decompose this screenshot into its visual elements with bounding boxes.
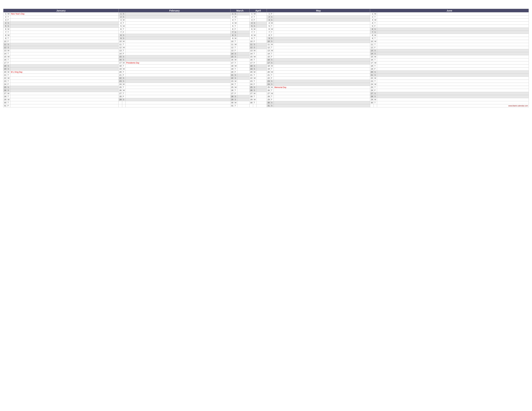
day-letter: F	[270, 55, 274, 58]
holiday-empty	[10, 16, 118, 19]
holiday-empty	[237, 74, 249, 77]
holiday-empty	[377, 49, 529, 52]
holiday-empty	[256, 92, 267, 95]
day-number: 18	[249, 65, 253, 67]
day-number: 29	[230, 98, 234, 101]
day-letter: T	[374, 58, 377, 61]
day-letter: M	[234, 80, 237, 83]
day-letter: W	[234, 65, 237, 67]
day-letter: T	[122, 65, 125, 67]
day-number: 28	[267, 95, 270, 98]
day-letter: T	[253, 58, 256, 61]
day-letter: M	[122, 40, 125, 43]
holiday-empty	[237, 37, 249, 40]
day-letter: S	[234, 98, 237, 101]
day-letter: S	[270, 83, 274, 86]
holiday-empty	[125, 58, 230, 61]
day-number: 26	[3, 89, 7, 92]
holiday-empty	[237, 83, 249, 86]
day-letter: S	[270, 19, 274, 22]
day-letter: T	[253, 101, 256, 104]
holiday-empty	[10, 31, 118, 34]
day-letter: S	[122, 80, 125, 83]
holiday-empty	[256, 37, 267, 40]
day-number: 19	[370, 67, 374, 71]
day-number: 10	[230, 40, 234, 43]
day-number: 4	[267, 22, 270, 25]
day-letter: S	[7, 43, 10, 46]
day-letter: M	[7, 28, 10, 31]
day-letter: M	[374, 34, 377, 37]
holiday-empty	[125, 31, 230, 34]
day-number: 4	[249, 22, 253, 25]
day-letter: M	[253, 71, 256, 74]
day-letter: W	[122, 67, 125, 71]
day-number: 29	[3, 98, 7, 101]
holiday-empty	[256, 77, 267, 80]
day-letter: M	[122, 19, 125, 22]
day-number: 12	[230, 46, 234, 49]
holiday-empty	[274, 65, 370, 67]
day-letter: T	[234, 19, 237, 22]
holiday-empty	[237, 77, 249, 80]
day-number: 5	[119, 25, 122, 28]
day-letter: S	[374, 31, 377, 34]
holiday-empty	[237, 22, 249, 25]
holiday-empty	[10, 34, 118, 37]
day-number: 27	[370, 92, 374, 95]
day-number: 24	[249, 83, 253, 86]
day-number: 19	[267, 67, 270, 71]
day-number: 29	[370, 98, 374, 101]
day-number: 26	[230, 89, 234, 92]
holiday-empty	[274, 22, 370, 25]
holiday-empty	[274, 77, 370, 80]
day-letter: W	[270, 92, 274, 95]
holiday-empty	[125, 12, 230, 16]
holiday-empty	[125, 25, 230, 28]
holiday-empty	[237, 46, 249, 49]
day-number: 28	[370, 95, 374, 98]
day-letter: S	[234, 12, 237, 16]
day-number: 1	[249, 12, 253, 16]
holiday-empty	[377, 95, 529, 98]
day-letter: W	[253, 34, 256, 37]
day-letter: M	[7, 92, 10, 95]
day-number: 22	[267, 77, 270, 80]
day-number: 30	[249, 101, 253, 104]
day-letter: W	[234, 86, 237, 89]
holiday-empty	[377, 89, 529, 92]
day-number: 30	[3, 101, 7, 104]
holiday-empty	[274, 95, 370, 98]
day-letter: M	[374, 12, 377, 16]
holiday-empty	[377, 86, 529, 89]
day-letter: T	[253, 95, 256, 98]
day-number: 8	[249, 34, 253, 37]
holiday-empty	[125, 22, 230, 25]
holiday-empty	[10, 52, 118, 55]
holiday-empty	[237, 71, 249, 74]
holiday-name: Memorial Day	[274, 86, 370, 89]
holiday-empty	[10, 61, 118, 65]
holiday-empty	[237, 92, 249, 95]
holiday-empty	[377, 25, 529, 28]
day-letter: S	[234, 77, 237, 80]
day-number: 23	[230, 80, 234, 83]
day-letter: S	[253, 65, 256, 67]
holiday-empty	[125, 83, 230, 86]
holiday-empty	[10, 98, 118, 101]
day-number: 4	[119, 22, 122, 25]
day-letter: T	[253, 80, 256, 83]
holiday-empty	[125, 19, 230, 22]
holiday-empty	[274, 55, 370, 58]
day-letter: S	[234, 55, 237, 58]
holiday-empty	[125, 37, 230, 40]
empty-cell	[122, 101, 125, 104]
day-number: 25	[3, 86, 7, 89]
holiday-empty	[237, 16, 249, 19]
day-number: 29	[249, 98, 253, 101]
day-letter: S	[253, 25, 256, 28]
day-number: 1	[267, 12, 270, 16]
holiday-empty	[237, 34, 249, 37]
day-letter: T	[270, 52, 274, 55]
day-letter: W	[253, 98, 256, 101]
